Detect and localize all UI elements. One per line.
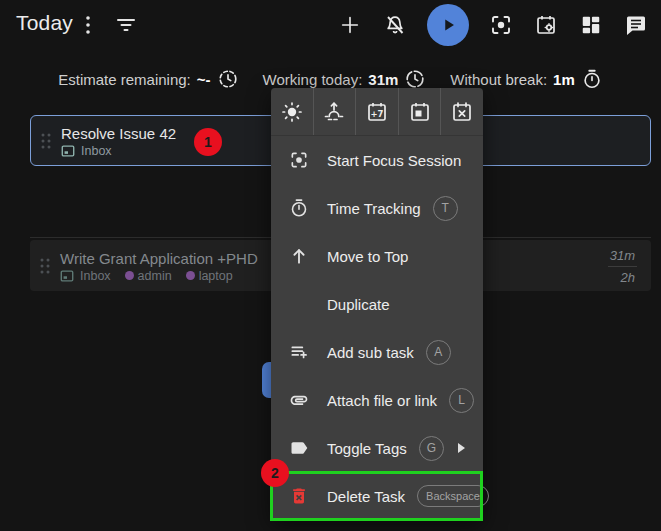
toolbar: [337, 3, 649, 47]
drag-handle-icon[interactable]: [30, 256, 60, 276]
task-title[interactable]: Write Grant Application +PHD: [60, 250, 258, 267]
estimate-remaining-value: ~-: [197, 71, 211, 88]
filter-icon: [114, 13, 138, 37]
stopwatch-icon: [581, 68, 603, 90]
schedule-shortcut-row: +7: [271, 88, 483, 136]
tag-dot-icon: [125, 271, 134, 280]
working-today: Working today: 31m: [263, 68, 427, 90]
focus-icon: [489, 13, 513, 37]
menu-item-time-tracking[interactable]: Time Tracking T: [271, 184, 483, 232]
submenu-arrow-icon: [458, 443, 465, 453]
menu-item-delete-task[interactable]: Delete Task Backspace: [271, 472, 483, 520]
menu-item-label: Time Tracking: [327, 200, 421, 217]
timer-icon: [289, 198, 309, 218]
filter-button[interactable]: [112, 12, 140, 38]
menu-item-label: Duplicate: [327, 296, 390, 313]
paperclip-icon: [289, 390, 309, 410]
estimate-remaining-label: Estimate remaining:: [58, 71, 191, 88]
working-today-value: 31m: [368, 71, 398, 88]
play-button[interactable]: [427, 4, 469, 46]
remove-from-today-button[interactable]: [441, 88, 483, 135]
menu-item-label: Add sub task: [327, 344, 414, 361]
shortcut-badge: L: [449, 388, 474, 413]
tag-label: admin: [138, 269, 172, 283]
add-task-button[interactable]: [337, 12, 363, 38]
menu-item-label: Move to Top: [327, 248, 408, 265]
clock-dashed-icon: [217, 68, 239, 90]
calendar-today-icon: [408, 100, 432, 124]
page-menu-button[interactable]: [74, 12, 102, 38]
app-window: Today: [0, 0, 661, 531]
project-label[interactable]: Inbox: [81, 144, 112, 158]
schedule-today-button[interactable]: [271, 88, 314, 135]
plus-icon: [339, 14, 361, 36]
focus-mode-button[interactable]: [488, 12, 514, 38]
menu-item-attach-file-or-link[interactable]: Attach file or link L: [271, 376, 483, 424]
menu-item-add-sub-task[interactable]: Add sub task A: [271, 328, 483, 376]
calendar-event-icon: [534, 13, 558, 37]
notifications-off-icon: [383, 13, 407, 37]
menu-item-duplicate[interactable]: Duplicate: [271, 280, 483, 328]
clock-icon: [404, 68, 426, 90]
project-icon: [61, 145, 75, 157]
play-icon: [437, 14, 459, 36]
tag-dot-icon: [186, 271, 195, 280]
project-label[interactable]: Inbox: [80, 269, 111, 283]
shortcut-badge: Backspace: [417, 485, 489, 507]
working-today-label: Working today:: [263, 71, 363, 88]
without-break-label: Without break:: [450, 71, 547, 88]
tag-laptop[interactable]: laptop: [186, 269, 233, 283]
calendar-x-icon: [450, 100, 474, 124]
trash-icon: [289, 486, 309, 506]
dashboard-button[interactable]: [578, 12, 604, 38]
task-context-menu: +7: [271, 88, 483, 520]
playlist-add-icon: [289, 342, 309, 362]
menu-item-label: Delete Task: [327, 488, 405, 505]
focus-icon: [289, 150, 309, 170]
time-spent: 31m: [608, 246, 637, 267]
tag-admin[interactable]: admin: [125, 269, 172, 283]
task-time-summary[interactable]: 31m 2h: [608, 246, 651, 285]
sun-icon: [280, 100, 304, 124]
menu-item-start-focus-session[interactable]: Start Focus Session: [271, 136, 483, 184]
kebab-icon: [79, 14, 97, 36]
task-title[interactable]: Resolve Issue 42: [61, 125, 176, 142]
menu-item-toggle-tags[interactable]: Toggle Tags G: [271, 424, 483, 472]
shortcut-badge: A: [426, 340, 451, 365]
without-break-value: 1m: [553, 71, 575, 88]
estimate-remaining: Estimate remaining: ~-: [58, 68, 238, 90]
arrow-up-icon: [289, 246, 309, 266]
chat-icon: [624, 13, 648, 37]
page-title: Today: [16, 11, 73, 35]
tag-label: laptop: [199, 269, 233, 283]
menu-item-label: Toggle Tags: [327, 440, 407, 457]
svg-text:+7: +7: [370, 108, 383, 118]
calendar-plus7-icon: +7: [365, 100, 389, 124]
menu-item-label: Attach file or link: [327, 392, 437, 409]
quick-notes-button[interactable]: [623, 12, 649, 38]
schedule-next-week-button[interactable]: +7: [356, 88, 399, 135]
drag-handle-icon[interactable]: [31, 131, 61, 151]
planner-button[interactable]: [533, 12, 559, 38]
without-break: Without break: 1m: [450, 68, 602, 90]
time-estimate: 2h: [608, 267, 637, 285]
day-summary: Estimate remaining: ~- Working today: 31…: [0, 68, 661, 90]
tag-icon: [289, 438, 309, 458]
project-icon: [60, 270, 74, 282]
notifications-off-button[interactable]: [382, 12, 408, 38]
menu-item-move-to-top[interactable]: Move to Top: [271, 232, 483, 280]
schedule-pick-date-button[interactable]: [399, 88, 442, 135]
shortcut-badge: T: [433, 196, 458, 221]
shortcut-badge: G: [419, 436, 444, 461]
menu-item-label: Start Focus Session: [327, 152, 461, 169]
dashboard-icon: [580, 14, 602, 36]
sunrise-icon: [322, 100, 346, 124]
schedule-tomorrow-button[interactable]: [314, 88, 357, 135]
